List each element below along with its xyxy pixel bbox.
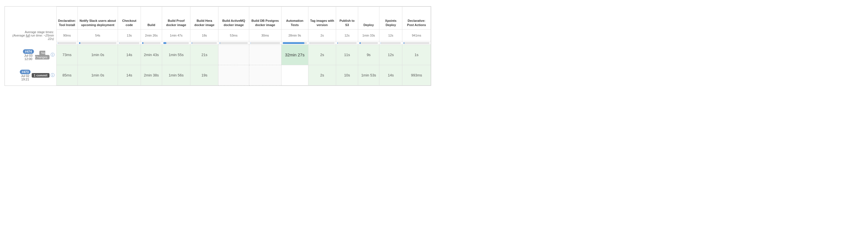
bar-fill-3 [142, 42, 144, 44]
bar-fill-5 [191, 42, 192, 44]
stage-cell-0-2: 14s [118, 45, 141, 65]
bar-container-10 [337, 42, 357, 44]
header-col-5: Build Hera docker image [190, 7, 218, 29]
page-wrapper: Declarative:Tool InstallNotify Slack use… [0, 0, 436, 89]
info-icon-0[interactable]: ⓘ [51, 52, 55, 57]
build-row-1: #473 Jul 0219:21 1 commit ⓘ 85ms1min 0s1… [5, 65, 431, 86]
avg-time-10: 12s [336, 29, 358, 41]
stage-table: Declarative:Tool InstallNotify Slack use… [5, 6, 431, 86]
build-date-0: Jul 0312:00 [24, 54, 33, 61]
progress-cell-7 [249, 41, 281, 45]
avg-time-2: 13s [118, 29, 141, 41]
avg-time-13: 941ms [402, 29, 431, 41]
bar-container-2 [119, 42, 140, 44]
stage-cell-1-10: 10s [336, 65, 358, 86]
bar-fill-1 [79, 42, 80, 44]
stage-cell-1-6 [218, 65, 249, 86]
stage-cell-0-3: 2min 43s [141, 45, 162, 65]
avg-time-3: 2min 26s [141, 29, 162, 41]
stage-cell-1-13: 993ms [402, 65, 431, 86]
progress-cell-11 [358, 41, 379, 45]
bar-container-0 [58, 42, 76, 44]
bar-container-7 [250, 42, 280, 44]
stage-cell-1-5: 19s [190, 65, 218, 86]
progress-cell-12 [379, 41, 402, 45]
stage-cell-0-1: 1min 0s [78, 45, 118, 65]
header-col-1: Notify Slack users about upcoming deploy… [78, 7, 118, 29]
stage-cell-0-11: 9s [358, 45, 379, 65]
progress-cell-4 [162, 41, 190, 45]
build-info-1: #473 Jul 0219:21 1 commit ⓘ [6, 70, 55, 81]
progress-cell-0 [56, 41, 78, 45]
stage-cell-1-4: 1min 56s [162, 65, 190, 86]
stage-cell-1-2: 14s [118, 65, 141, 86]
bar-fill-12 [380, 42, 381, 44]
header-col-10: Publish to S3 [336, 7, 358, 29]
build-meta-0: #474 Jul 0312:00 [23, 49, 34, 61]
bar-container-5 [191, 42, 217, 44]
bar-container-1 [79, 42, 117, 44]
stage-cell-1-1: 1min 0s [78, 65, 118, 86]
commit-info-1: 1 commit [32, 73, 49, 77]
stage-cell-0-5: 21s [190, 45, 218, 65]
bar-container-9 [310, 42, 335, 44]
commit-info-0: NoChanges [35, 51, 50, 59]
header-row: Declarative:Tool InstallNotify Slack use… [5, 7, 431, 29]
stage-cell-1-0: 85ms [56, 65, 78, 86]
bar-container-3 [142, 42, 161, 44]
header-col-11: Deploy [358, 7, 379, 29]
avg-time-4: 1min 47s [162, 29, 190, 41]
progress-cell-3 [141, 41, 162, 45]
bar-fill-6 [220, 42, 220, 44]
header-col-6: Build ActiveMQ docker image [218, 7, 249, 29]
header-col-4: Build Proof docker image [162, 7, 190, 29]
bar-container-11 [359, 42, 378, 44]
stage-cell-0-6 [218, 45, 249, 65]
avg-time-12: 12s [379, 29, 402, 41]
bar-fill-2 [119, 42, 119, 44]
bar-fill-13 [403, 42, 404, 44]
bar-container-4 [163, 42, 189, 44]
avg-time-6: 53ms [218, 29, 249, 41]
avg-time-1: 54s [78, 29, 118, 41]
build-row-0: #474 Jul 0312:00 NoChanges ⓘ 73ms1min 0s… [5, 45, 431, 65]
bar-container-12 [380, 42, 401, 44]
avg-time-7: 30ms [249, 29, 281, 41]
header-col-0: Declarative:Tool Install [56, 7, 78, 29]
avg-time-8: 28min 9s [281, 29, 308, 41]
stage-cell-0-13: 1s [402, 45, 431, 65]
bar-container-13 [403, 42, 430, 44]
stage-cell-1-9: 2s [308, 65, 336, 86]
build-date-1: Jul 0219:21 [21, 74, 29, 81]
build-info-cell-1: #473 Jul 0219:21 1 commit ⓘ [5, 65, 56, 86]
header-col-9: Tag images with version [308, 7, 336, 29]
info-icon-1[interactable]: ⓘ [51, 73, 55, 78]
progress-cell-1 [78, 41, 118, 45]
bar-fill-8 [283, 42, 305, 44]
stage-cell-0-8: 32min 27s [281, 45, 308, 65]
avg-label: Average stage times:(Average full run ti… [5, 29, 56, 41]
stage-cell-1-8 [281, 65, 308, 86]
stage-view-container: Declarative:Tool InstallNotify Slack use… [4, 6, 431, 86]
stage-cell-0-12: 12s [379, 45, 402, 65]
progress-cell-2 [118, 41, 141, 45]
build-id-badge-1[interactable]: #473 [20, 70, 31, 74]
header-col-2: Checkout code [118, 7, 141, 29]
stage-cell-0-9: 2s [308, 45, 336, 65]
build-id-badge-0[interactable]: #474 [23, 49, 34, 54]
bar-fill-11 [359, 42, 361, 44]
progress-cell-8 [281, 41, 308, 45]
commit-badge[interactable]: 1 commit [32, 73, 49, 78]
stage-cell-1-3: 2min 38s [141, 65, 162, 86]
bar-container-8 [283, 42, 307, 44]
stage-cell-0-10: 11s [336, 45, 358, 65]
header-col-12: Xpoints Deploy [379, 7, 402, 29]
no-changes-badge: NoChanges [35, 51, 50, 59]
progress-cell-5 [190, 41, 218, 45]
avg-time-5: 18s [190, 29, 218, 41]
stage-cell-0-4: 1min 55s [162, 45, 190, 65]
stage-cell-1-11: 1min 53s [358, 65, 379, 86]
build-meta-1: #473 Jul 0219:21 [20, 70, 31, 81]
progress-cell-10 [336, 41, 358, 45]
bar-fill-4 [163, 42, 166, 44]
